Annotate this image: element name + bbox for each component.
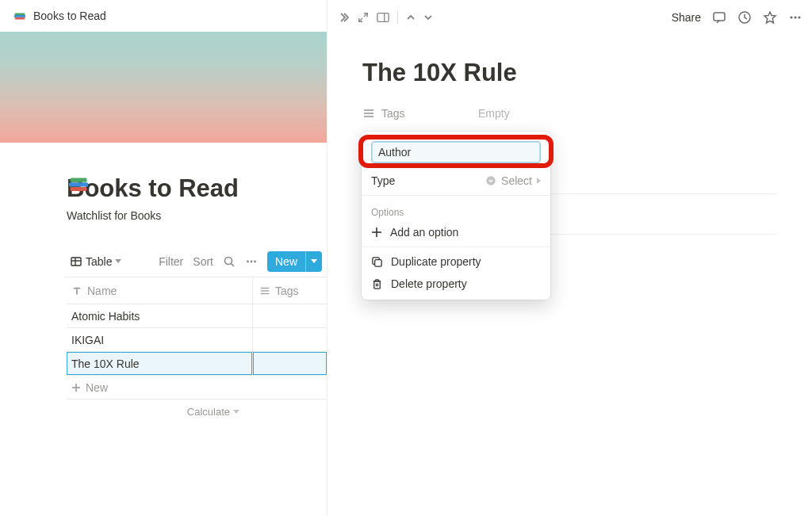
books-icon xyxy=(13,9,27,23)
property-type-row[interactable]: Type Select xyxy=(362,170,550,192)
next-page-icon[interactable] xyxy=(423,13,433,22)
page-subtitle[interactable]: Watchlist for Books xyxy=(67,209,327,222)
new-button-label: New xyxy=(267,255,305,268)
favorite-icon[interactable] xyxy=(763,10,777,25)
prev-page-icon[interactable] xyxy=(406,13,416,22)
svg-rect-6 xyxy=(71,258,81,266)
plus-icon xyxy=(371,227,382,238)
svg-rect-4 xyxy=(69,182,88,186)
filter-button[interactable]: Filter xyxy=(159,255,183,268)
duplicate-icon xyxy=(371,256,383,268)
comments-icon[interactable] xyxy=(712,10,726,25)
calculate-button[interactable]: Calculate xyxy=(67,399,327,418)
type-label: Type xyxy=(371,174,395,187)
table-row[interactable]: IKIGAI xyxy=(67,328,327,352)
svg-point-24 xyxy=(794,16,796,18)
property-edit-popover: Type Select Options Add an option Duplic… xyxy=(362,132,550,300)
expand-icon[interactable] xyxy=(358,12,369,23)
table-icon xyxy=(70,255,82,268)
breadcrumb-title: Books to Read xyxy=(33,10,106,22)
column-header-name-label: Name xyxy=(87,285,117,297)
chevron-down-icon xyxy=(115,259,121,263)
collapse-icon[interactable] xyxy=(337,11,350,24)
property-value[interactable]: Empty xyxy=(478,107,510,120)
delete-label: Delete property xyxy=(391,277,467,290)
add-option-button[interactable]: Add an option xyxy=(362,221,550,243)
chevron-down-icon xyxy=(233,410,239,414)
new-button-chevron[interactable] xyxy=(305,251,322,272)
svg-point-13 xyxy=(254,260,256,262)
breadcrumb[interactable]: Books to Read xyxy=(0,0,327,32)
svg-point-32 xyxy=(486,176,495,185)
duplicate-property-button[interactable]: Duplicate property xyxy=(362,250,550,273)
divider xyxy=(362,247,550,247)
new-row[interactable]: New xyxy=(67,376,327,399)
list-icon xyxy=(259,285,270,296)
page-emoji-icon[interactable] xyxy=(67,173,90,197)
sort-button[interactable]: Sort xyxy=(193,255,213,268)
view-controls-bar: Table Filter Sort New xyxy=(65,246,327,277)
divider xyxy=(362,195,550,196)
svg-rect-19 xyxy=(377,13,389,22)
plus-icon xyxy=(71,383,81,392)
detail-title[interactable]: The 10X Rule xyxy=(362,59,777,87)
calculate-label: Calculate xyxy=(187,406,230,418)
share-button[interactable]: Share xyxy=(672,11,701,24)
type-value: Select xyxy=(501,174,532,187)
svg-point-25 xyxy=(798,16,800,18)
svg-rect-5 xyxy=(71,178,87,182)
new-button[interactable]: New xyxy=(267,251,322,272)
main-page-panel: Books to Read Watchlist for Books Table … xyxy=(0,32,327,516)
divider xyxy=(397,11,398,24)
cell-name[interactable]: IKIGAI xyxy=(67,328,253,352)
svg-point-23 xyxy=(790,16,792,18)
select-icon xyxy=(485,175,496,186)
cell-name[interactable]: The 10X Rule xyxy=(67,352,253,376)
svg-rect-3 xyxy=(71,187,87,191)
cell-tags[interactable] xyxy=(253,328,327,352)
more-icon[interactable] xyxy=(788,10,802,25)
text-icon xyxy=(71,285,82,296)
delete-property-button[interactable]: Delete property xyxy=(362,273,550,295)
svg-line-10 xyxy=(231,263,234,266)
options-section-label: Options xyxy=(362,199,550,221)
svg-rect-0 xyxy=(15,17,25,20)
add-option-label: Add an option xyxy=(390,226,458,239)
page-title[interactable]: Books to Read xyxy=(67,174,327,203)
updates-icon[interactable] xyxy=(737,10,752,25)
svg-point-9 xyxy=(224,257,232,264)
svg-point-11 xyxy=(247,260,249,262)
svg-rect-36 xyxy=(374,281,381,288)
property-row-tags[interactable]: Tags Empty xyxy=(362,100,777,127)
column-header-tags-label: Tags xyxy=(275,285,299,297)
duplicate-label: Duplicate property xyxy=(391,255,481,268)
table-header: Name Tags xyxy=(67,277,327,304)
property-name-input[interactable] xyxy=(371,141,541,163)
more-icon[interactable] xyxy=(245,255,258,268)
detail-topbar: Share xyxy=(327,0,812,35)
table-row[interactable]: The 10X Rule xyxy=(67,352,327,376)
svg-rect-2 xyxy=(15,13,25,15)
chevron-right-icon xyxy=(537,178,541,184)
cover-image[interactable] xyxy=(0,32,327,143)
svg-rect-35 xyxy=(375,259,381,266)
search-icon[interactable] xyxy=(223,255,236,268)
view-tab-table[interactable]: Table xyxy=(65,252,126,271)
property-label: Tags xyxy=(381,107,405,120)
trash-icon xyxy=(371,278,383,290)
svg-rect-21 xyxy=(714,13,725,21)
column-header-name[interactable]: Name xyxy=(67,277,253,304)
column-header-tags[interactable]: Tags xyxy=(253,277,327,304)
new-row-label: New xyxy=(86,381,108,394)
view-tab-label: Table xyxy=(86,255,112,268)
table-row[interactable]: Atomic Habits xyxy=(67,304,327,328)
chevron-down-icon xyxy=(311,259,317,263)
svg-rect-1 xyxy=(14,15,25,17)
peek-mode-icon[interactable] xyxy=(377,12,389,23)
list-icon xyxy=(362,107,375,120)
cell-tags[interactable] xyxy=(253,304,327,328)
svg-point-12 xyxy=(251,260,253,262)
cell-name[interactable]: Atomic Habits xyxy=(67,304,253,328)
cell-tags[interactable] xyxy=(253,352,327,376)
